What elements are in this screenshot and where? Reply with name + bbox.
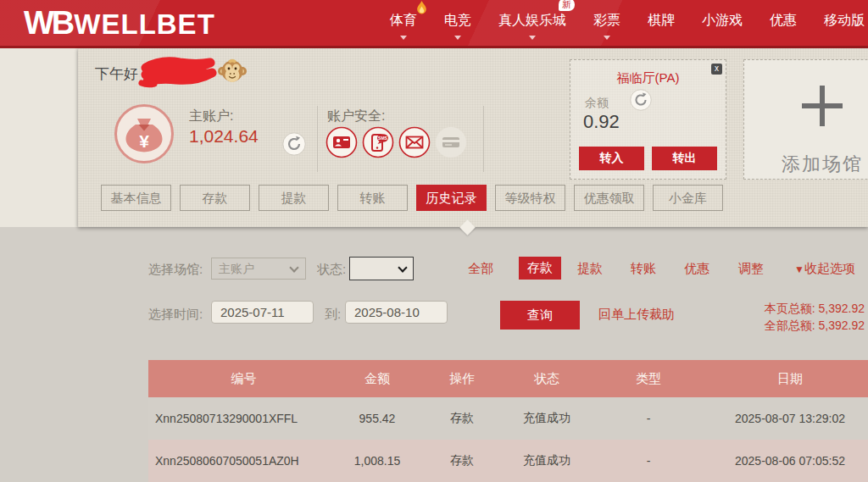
collapse-options-link[interactable]: ▼收起选项 xyxy=(794,261,855,277)
query-button[interactable]: 查询 xyxy=(500,301,580,330)
tab-transfer[interactable]: 转账 xyxy=(337,185,408,211)
nav-item-mobile[interactable]: 移动版 xyxy=(810,12,868,40)
col-header-operation: 操作 xyxy=(415,371,509,387)
wellbet-account-page: WB WELLBET 体育 电竞 新 真人娱乐城 彩票 xyxy=(0,0,868,482)
nav-item-mini-games[interactable]: 小游戏 xyxy=(688,12,756,40)
nav-label: 优惠 xyxy=(770,13,797,27)
account-security-label: 账户安全: xyxy=(327,108,385,125)
nav-item-lottery[interactable]: 彩票 xyxy=(580,12,634,40)
cell-id: Xnn25080607050051AZ0H xyxy=(148,454,339,468)
wellbet-logo[interactable]: WB WELLBET xyxy=(24,5,215,42)
add-venue-card[interactable]: 添加场馆 xyxy=(743,59,868,180)
filter-type-deposit[interactable]: 存款 xyxy=(519,257,561,280)
cell-operation: 存款 xyxy=(415,453,509,468)
col-header-type: 类型 xyxy=(585,371,712,387)
venue-balance-label: 余额 xyxy=(585,96,609,111)
nav-label: 彩票 xyxy=(593,13,620,27)
id-card-icon[interactable] xyxy=(326,126,358,158)
receipt-upload-help-link[interactable]: 回单上传裁助 xyxy=(598,307,675,323)
tab-vault[interactable]: 小金库 xyxy=(653,185,723,211)
refresh-venue-balance-icon[interactable] xyxy=(630,89,652,114)
caret-down-icon xyxy=(400,36,407,40)
cell-date: 2025-08-07 13:29:02 xyxy=(712,412,868,425)
tab-history[interactable]: 历史记录 xyxy=(416,185,487,211)
transfer-out-button[interactable]: 转出 xyxy=(652,147,717,170)
page-total-value: 5,392.92 xyxy=(819,302,865,315)
cell-id: Xnn25080713290001XFFL xyxy=(148,412,339,425)
table-header-row: 编号 金额 操作 状态 类型 日期 xyxy=(148,360,868,397)
all-total-line: 全部总额: 5,392.92 xyxy=(765,317,865,334)
table-row[interactable]: Xnn25080607050051AZ0H 1,008.15 存款 充值成功 -… xyxy=(148,440,868,482)
date-to-label: 到: xyxy=(325,307,341,323)
svg-text:¥: ¥ xyxy=(139,131,149,151)
divider xyxy=(483,106,484,172)
filter-type-adjust[interactable]: 调整 xyxy=(738,261,764,277)
greeting-text: 下午好 xyxy=(95,64,138,84)
nav-item-board-games[interactable]: 棋牌 xyxy=(634,12,688,40)
venue-title: 福临厅(PA) xyxy=(570,70,726,86)
filter-type-promo[interactable]: 优惠 xyxy=(684,261,709,277)
chevron-down-icon xyxy=(398,263,407,272)
monkey-avatar xyxy=(217,56,248,90)
plus-icon xyxy=(744,84,868,131)
refresh-balance-icon[interactable] xyxy=(282,132,306,159)
tab-deposit[interactable]: 存款 xyxy=(180,185,250,211)
page-total-line: 本页总额: 5,392.92 xyxy=(765,300,865,317)
nav-item-sports[interactable]: 体育 xyxy=(376,12,431,40)
mail-icon[interactable] xyxy=(398,126,431,158)
tab-withdraw[interactable]: 提款 xyxy=(259,185,329,211)
filter-type-transfer[interactable]: 转账 xyxy=(631,261,656,277)
cell-type: - xyxy=(585,412,712,425)
logo-mark: WB xyxy=(24,5,72,42)
nav-label: 移动版 xyxy=(824,13,865,27)
caret-down-icon xyxy=(529,36,536,40)
sms-phone-icon[interactable]: SMS xyxy=(362,126,394,158)
flame-icon xyxy=(416,1,427,19)
nav-label: 小游戏 xyxy=(702,13,743,27)
new-badge: 新 xyxy=(559,0,575,11)
tab-promo-claim[interactable]: 优惠领取 xyxy=(574,185,644,211)
col-header-date: 日期 xyxy=(712,371,868,387)
cell-status: 充值成功 xyxy=(509,453,585,468)
venue-balance-value: 0.92 xyxy=(583,111,620,133)
date-from-input[interactable] xyxy=(211,301,314,324)
main-account-label: 主账户: xyxy=(189,108,233,125)
venue-select[interactable]: 主账户 xyxy=(211,258,306,280)
nav-label: 棋牌 xyxy=(648,13,675,27)
nav-item-esports[interactable]: 电竞 xyxy=(431,12,485,40)
main-account-balance: 1,024.64 xyxy=(189,126,259,147)
top-navbar: WB WELLBET 体育 电竞 新 真人娱乐城 彩票 xyxy=(0,0,868,48)
add-venue-label: 添加场馆 xyxy=(744,152,868,177)
money-bag-icon: ¥ xyxy=(113,102,175,169)
col-header-id: 编号 xyxy=(148,371,339,387)
date-range-label: 选择时间: xyxy=(148,307,203,323)
filter-type-withdraw[interactable]: 提款 xyxy=(577,261,603,277)
logo-text: WELLBET xyxy=(74,8,214,41)
caret-down-icon xyxy=(604,36,610,40)
cell-amount: 1,008.15 xyxy=(339,454,415,468)
status-select[interactable] xyxy=(349,257,414,280)
venue-select-value: 主账户 xyxy=(219,262,254,275)
nav-label: 电竞 xyxy=(444,13,471,27)
tab-vip[interactable]: 等级特权 xyxy=(495,185,565,211)
bank-card-icon[interactable] xyxy=(435,126,467,158)
transfer-in-button[interactable]: 转入 xyxy=(579,147,644,170)
tab-basic-info[interactable]: 基本信息 xyxy=(101,185,171,211)
redacted-username-scribble xyxy=(136,56,220,91)
cell-type: - xyxy=(585,454,712,468)
date-to-input[interactable] xyxy=(345,301,448,324)
nav-label: 体育 xyxy=(390,13,417,27)
nav-item-live-casino[interactable]: 新 真人娱乐城 xyxy=(485,12,580,40)
table-row[interactable]: Xnn25080713290001XFFL 955.42 存款 充值成功 - 2… xyxy=(148,397,868,440)
account-tabs: 基本信息 存款 提款 转账 历史记录 等级特权 优惠领取 小金库 xyxy=(101,185,723,211)
col-header-amount: 金额 xyxy=(339,371,415,387)
status-filter-label: 状态: xyxy=(317,262,346,278)
history-table: 编号 金额 操作 状态 类型 日期 Xnn25080713290001XFFL … xyxy=(148,360,868,482)
col-header-status: 状态 xyxy=(509,371,585,387)
filter-type-all[interactable]: 全部 xyxy=(468,261,493,277)
cell-amount: 955.42 xyxy=(339,412,415,425)
nav-item-promotions[interactable]: 优惠 xyxy=(756,12,810,40)
cell-operation: 存款 xyxy=(415,411,509,426)
chevron-down-icon xyxy=(289,263,298,272)
divider xyxy=(317,106,318,172)
